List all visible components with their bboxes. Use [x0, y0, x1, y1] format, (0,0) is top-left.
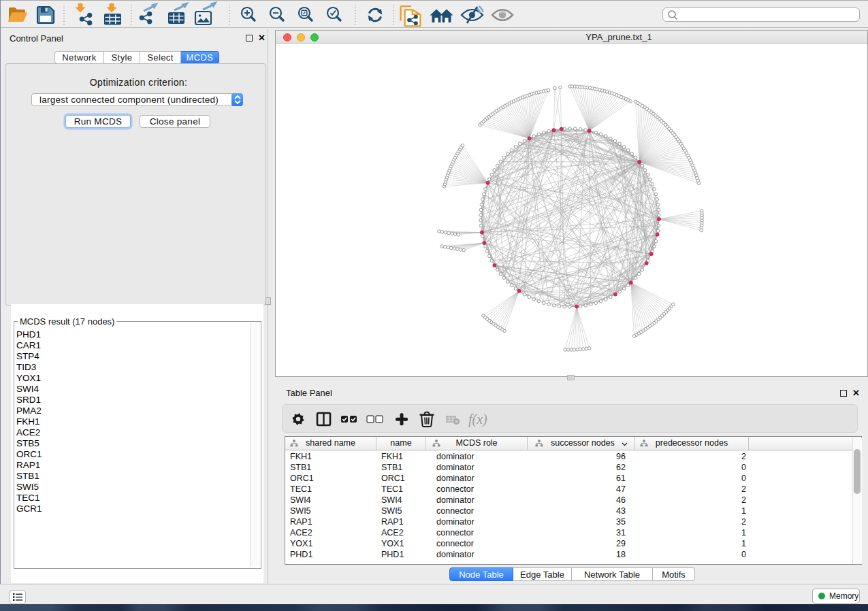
svg-text:f(x): f(x) — [468, 412, 487, 427]
